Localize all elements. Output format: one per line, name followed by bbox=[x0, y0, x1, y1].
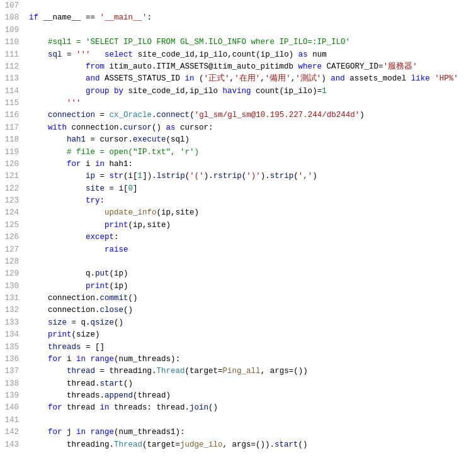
line-number: 116 bbox=[3, 109, 19, 121]
code-line: with connection.cursor() as cursor: bbox=[29, 122, 476, 134]
line-number: 130 bbox=[3, 281, 19, 293]
line-number: 114 bbox=[3, 86, 19, 98]
code-line: thread.start() bbox=[29, 378, 476, 390]
code-line bbox=[29, 0, 476, 12]
line-number: 121 bbox=[3, 170, 19, 182]
line-number: 117 bbox=[3, 122, 19, 134]
line-number: 137 bbox=[3, 365, 19, 377]
code-line: if __name__ == '__main__': bbox=[29, 12, 476, 24]
code-line: raise bbox=[29, 244, 476, 256]
code-line: # file = open("IP.txt", 'r') bbox=[29, 147, 476, 159]
line-number: 118 bbox=[3, 134, 19, 146]
code-line: sql = ''' select site_code_id,ip_ilo,cou… bbox=[29, 49, 476, 61]
code-editor: 1071081091101111121131141151161171181191… bbox=[0, 0, 476, 463]
code-line: threading.Thread(target=judge_ilo, args=… bbox=[29, 439, 476, 451]
line-number: 142 bbox=[3, 427, 19, 438]
code-line: for i in range(num_threads): bbox=[29, 354, 476, 365]
line-number: 129 bbox=[3, 268, 19, 280]
code-line: thread = threading.Thread(target=Ping_al… bbox=[29, 365, 476, 377]
code-line: size = q.qsize() bbox=[29, 317, 476, 329]
code-line: site = i[0] bbox=[29, 183, 476, 195]
code-line: connection.commit() bbox=[29, 293, 476, 304]
line-number: 128 bbox=[3, 256, 19, 268]
line-number: 112 bbox=[3, 61, 19, 73]
code-line bbox=[29, 256, 476, 268]
line-number: 140 bbox=[3, 402, 19, 414]
line-number: 126 bbox=[3, 232, 19, 243]
line-number: 123 bbox=[3, 195, 19, 207]
code-line: print(ip,site) bbox=[29, 220, 476, 232]
line-number: 113 bbox=[3, 73, 19, 85]
line-number: 138 bbox=[3, 378, 19, 390]
code-line: q.put(ip) bbox=[29, 268, 476, 280]
line-number: 131 bbox=[3, 293, 19, 304]
code-line: try: bbox=[29, 195, 476, 207]
line-number: 125 bbox=[3, 220, 19, 232]
line-number: 136 bbox=[3, 354, 19, 365]
code-line: for thread in threads: thread.join() bbox=[29, 402, 476, 414]
code-line: for j in range(num_threads1): bbox=[29, 427, 476, 438]
code-line bbox=[29, 25, 476, 36]
line-number: 107 bbox=[3, 0, 19, 12]
line-number: 119 bbox=[3, 147, 19, 159]
code-line: connection = cx_Oracle.connect('gl_sm/gl… bbox=[29, 109, 476, 121]
line-number: 135 bbox=[3, 342, 19, 354]
line-number: 141 bbox=[3, 415, 19, 427]
line-number: 124 bbox=[3, 207, 19, 219]
code-line: group by site_code_id,ip_ilo having coun… bbox=[29, 86, 476, 98]
code-line: except: bbox=[29, 232, 476, 243]
code-line: connection.close() bbox=[29, 304, 476, 316]
code-line: and ASSETS_STATUS_ID in ('正式','在用','備用',… bbox=[29, 73, 476, 85]
line-number: 120 bbox=[3, 159, 19, 170]
code-line: hah1 = cursor.execute(sql) bbox=[29, 134, 476, 146]
code-line: threads = [] bbox=[29, 342, 476, 354]
code-line: #sql1 = 'SELECT IP_ILO FROM GL_SM.ILO_IN… bbox=[29, 36, 476, 48]
line-number: 111 bbox=[3, 49, 19, 61]
code-line: from itim_auto.ITIM_ASSETS@itim_auto_pit… bbox=[29, 61, 476, 73]
code-line: print(size) bbox=[29, 329, 476, 341]
code-content[interactable]: if __name__ == '__main__': #sql1 = 'SELE… bbox=[24, 0, 476, 463]
line-number: 122 bbox=[3, 183, 19, 195]
code-line bbox=[29, 415, 476, 427]
line-number: 133 bbox=[3, 317, 19, 329]
line-number: 110 bbox=[3, 36, 19, 48]
code-line: threads.append(thread) bbox=[29, 390, 476, 402]
code-line: ''' bbox=[29, 98, 476, 109]
code-line: ip = str(i[1]).lstrip('(').rstrip(')').s… bbox=[29, 170, 476, 182]
code-line: for i in hah1: bbox=[29, 159, 476, 170]
line-numbers: 1071081091101111121131141151161171181191… bbox=[0, 0, 24, 463]
code-line: print(ip) bbox=[29, 281, 476, 293]
line-number: 115 bbox=[3, 98, 19, 109]
line-number: 109 bbox=[3, 25, 19, 36]
code-line: update_info(ip,site) bbox=[29, 207, 476, 219]
line-number: 139 bbox=[3, 390, 19, 402]
line-number: 127 bbox=[3, 244, 19, 256]
line-number: 132 bbox=[3, 304, 19, 316]
line-number: 108 bbox=[3, 12, 19, 24]
line-number: 134 bbox=[3, 329, 19, 341]
line-number: 143 bbox=[3, 439, 19, 451]
